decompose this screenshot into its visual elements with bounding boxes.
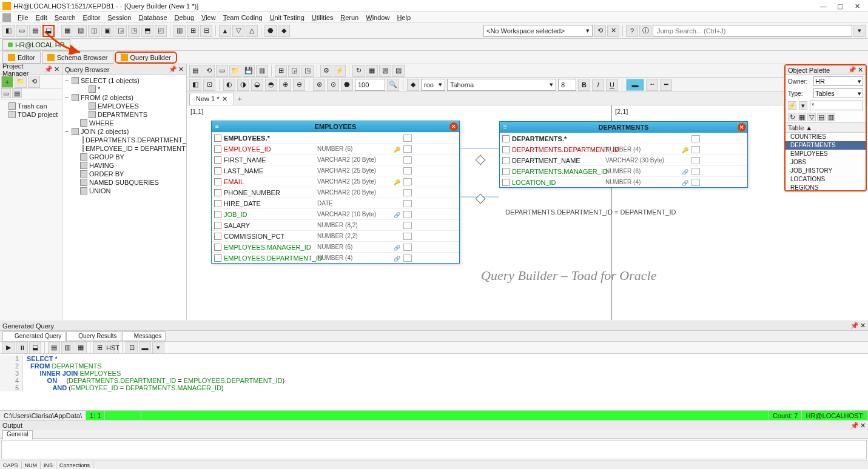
ct-10-icon[interactable]: ⚙ <box>320 65 332 77</box>
op-close-icon[interactable]: ✕ <box>858 66 863 74</box>
type-select[interactable]: Tables▾ <box>813 88 863 98</box>
ct2-13-icon[interactable]: ◆ <box>407 79 419 91</box>
departments-close-icon[interactable]: ✕ <box>738 123 746 131</box>
pin-icon[interactable]: 📌 <box>44 65 53 73</box>
ct-11-icon[interactable]: ⚡ <box>334 65 346 77</box>
table-column-row[interactable]: LOCATION_IDNUMBER (4) <box>500 176 747 187</box>
qb-node[interactable]: EMPLOYEE_ID = DEPARTMENTS.MANAG <box>64 144 185 153</box>
zoom-input[interactable]: 100 <box>355 79 385 91</box>
tool-10-icon[interactable]: ◳ <box>128 25 140 37</box>
tab-editor[interactable]: Editor <box>2 52 41 64</box>
ct2-9-icon[interactable]: ⊗ <box>313 79 325 91</box>
column-checkbox[interactable] <box>214 178 221 185</box>
op-t3-icon[interactable]: ▽ <box>807 113 816 121</box>
gen-pin-icon[interactable]: 📌 <box>850 322 859 330</box>
gt-10-icon[interactable]: ▬ <box>139 342 151 354</box>
table-column-row[interactable]: DEPARTMENTS.MANAGER_IDNUMBER (6) <box>500 165 747 176</box>
fill-color-icon[interactable]: ▬ <box>626 79 644 91</box>
qb-node[interactable]: HAVING <box>64 161 185 170</box>
ct2-3-icon[interactable]: ◐ <box>223 79 235 91</box>
pm-view2-icon[interactable]: ▤ <box>12 88 22 98</box>
ct2-4-icon[interactable]: ◑ <box>237 79 249 91</box>
jump-search-input[interactable] <box>653 25 852 37</box>
tool-13-icon[interactable]: ▥ <box>173 25 186 37</box>
qb-node[interactable]: −FROM (2 objects) <box>64 93 185 102</box>
tool-ws2-icon[interactable]: ✕ <box>607 25 619 37</box>
ct-8-icon[interactable]: ◲ <box>288 65 300 77</box>
gt-1-icon[interactable]: ▶ <box>2 342 15 354</box>
column-menu-icon[interactable] <box>403 178 412 185</box>
ct-1-icon[interactable]: ▤ <box>189 65 201 77</box>
ct2-10-icon[interactable]: ⊙ <box>327 79 339 91</box>
column-checkbox[interactable] <box>214 189 221 196</box>
column-menu-icon[interactable] <box>403 135 412 142</box>
tool-16-icon[interactable]: ▲ <box>219 25 231 37</box>
qb-node[interactable]: DEPARTMENTS <box>64 110 185 119</box>
column-menu-icon[interactable] <box>403 145 412 153</box>
ct2-combo1[interactable]: roo▾ <box>421 79 445 91</box>
output-tab-general[interactable]: General <box>2 430 33 440</box>
ct-6-icon[interactable]: ▥ <box>256 65 268 77</box>
op-t5-icon[interactable]: ▥ <box>827 113 835 121</box>
gt-7-icon[interactable]: ⊞ <box>93 342 106 354</box>
column-menu-icon[interactable] <box>691 168 700 175</box>
menu-edit[interactable]: Edit <box>32 13 51 22</box>
column-menu-icon[interactable] <box>403 222 412 229</box>
search-go-icon[interactable]: ▾ <box>853 25 866 37</box>
underline-icon[interactable]: U <box>606 79 618 91</box>
op-column-header[interactable]: Table ▲ <box>786 123 866 133</box>
ct2-7-icon[interactable]: ⊕ <box>279 79 291 91</box>
tool-save-icon[interactable]: ▤ <box>29 25 41 37</box>
table-column-row[interactable]: SALARYNUMBER (8,2) <box>212 219 459 230</box>
ct-9-icon[interactable]: ◳ <box>301 65 314 77</box>
table-column-row[interactable]: EMPLOYEES.MANAGER_IDNUMBER (6) <box>212 241 459 252</box>
gt-5-icon[interactable]: ▥ <box>61 342 73 354</box>
qb-node[interactable]: −JOIN (2 objects) <box>64 127 185 136</box>
ct-7-icon[interactable]: ⊞ <box>275 65 287 77</box>
ct-12-icon[interactable]: ↻ <box>352 65 365 77</box>
tool-12-icon[interactable]: ◰ <box>155 25 167 37</box>
column-menu-icon[interactable] <box>403 189 412 196</box>
qb-node[interactable]: GROUP BY <box>64 153 185 161</box>
output-close-icon[interactable]: ✕ <box>860 422 866 430</box>
tool-11-icon[interactable]: ⬒ <box>141 25 153 37</box>
column-checkbox[interactable] <box>214 244 221 251</box>
column-menu-icon[interactable] <box>403 254 412 262</box>
employees-table[interactable]: ≡ EMPLOYEES ✕ EMPLOYEES.*EMPLOYEE_IDNUMB… <box>211 121 460 264</box>
menu-rerun[interactable]: Rerun <box>337 13 362 22</box>
font-size-input[interactable]: 8 <box>558 79 576 91</box>
qb-node[interactable]: WHERE <box>64 119 185 127</box>
menu-editor[interactable]: Editor <box>79 13 104 22</box>
bottom-tab-ins[interactable]: INS <box>41 461 56 469</box>
menu-utilities[interactable]: Utilities <box>308 13 337 22</box>
column-checkbox[interactable] <box>214 211 221 218</box>
menu-view[interactable]: View <box>198 13 220 22</box>
canvas[interactable]: [1,1] [2,1] ≡ EMPLOYEES ✕ EMPLOYEES.*EMP… <box>187 105 868 320</box>
qb-node[interactable]: −SELECT (1 objects) <box>64 76 185 85</box>
column-menu-icon[interactable] <box>403 244 412 251</box>
table-column-row[interactable]: EMPLOYEES.DEPARTMENT_IDNUMBER (4) <box>212 252 459 263</box>
op-clear-icon[interactable]: ▾ <box>799 101 807 110</box>
owner-select[interactable]: HR▾ <box>813 76 863 86</box>
tool-about-icon[interactable]: ⓘ <box>639 25 651 37</box>
tool-19-icon[interactable]: ⬣ <box>264 25 277 37</box>
op-refresh-icon[interactable]: ↻ <box>788 113 796 121</box>
ct-13-icon[interactable]: ▦ <box>366 65 378 77</box>
menu-file[interactable]: File <box>14 13 32 22</box>
column-menu-icon[interactable] <box>403 167 412 175</box>
gt-6-icon[interactable]: ▦ <box>75 342 87 354</box>
column-checkbox[interactable] <box>502 146 510 153</box>
table-column-row[interactable]: LAST_NAMEVARCHAR2 (25 Byte) <box>212 165 459 176</box>
employees-close-icon[interactable]: ✕ <box>449 122 458 131</box>
tool-6-icon[interactable]: ▧ <box>75 25 87 37</box>
column-menu-icon[interactable] <box>403 211 412 218</box>
op-filter-icon[interactable]: ⚡ <box>788 101 796 110</box>
menu-search[interactable]: Search <box>51 13 79 22</box>
ct2-11-icon[interactable]: ⬣ <box>341 79 353 91</box>
table-column-row[interactable]: DEPARTMENTS.DEPARTMENT_IDNUMBER (4) <box>500 144 747 155</box>
qb-node[interactable]: UNION <box>64 187 185 195</box>
gen-tab-messages[interactable]: Messages <box>122 331 166 341</box>
qb-node[interactable]: * <box>64 85 185 93</box>
tool-open-icon[interactable]: ▭ <box>16 25 28 37</box>
connection-tab-hr[interactable]: HR@LOCAL HR <box>2 39 70 50</box>
